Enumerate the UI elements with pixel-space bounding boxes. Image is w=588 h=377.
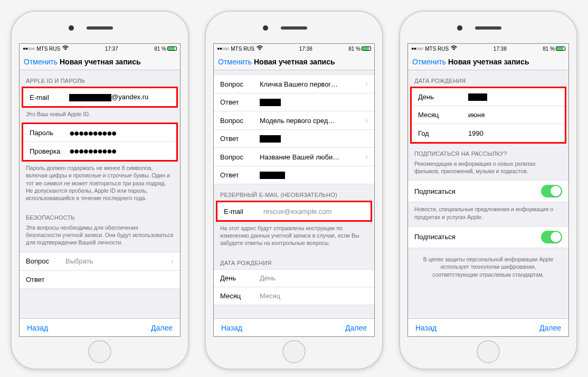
- battery-indicator: 81 %: [154, 46, 177, 52]
- wifi-icon: [62, 45, 69, 52]
- privacy-footer: В целях защиты персональной информации A…: [408, 248, 568, 286]
- bottom-bar: Назад Далее: [214, 318, 374, 336]
- speaker-slot: [87, 26, 113, 30]
- password-row[interactable]: Пароль ●●●●●●●●●●: [23, 124, 176, 142]
- camera-dot: [69, 25, 74, 31]
- section-header-birth: ДАТА РОЖДЕНИЯ: [214, 252, 374, 269]
- back-button[interactable]: Назад: [221, 324, 242, 332]
- question-label: Вопрос: [26, 257, 65, 265]
- day-label: День: [220, 274, 260, 282]
- answer2-row[interactable]: Ответ: [214, 130, 374, 148]
- home-button[interactable]: [477, 340, 500, 363]
- next-button[interactable]: Далее: [539, 324, 561, 332]
- status-bar: ●●○○○ MTS RUS 17:38 81 %: [214, 44, 374, 53]
- cancel-button[interactable]: Отменить: [412, 58, 446, 66]
- highlight-box: Пароль ●●●●●●●●●● Проверка ●●●●●●●●●●: [22, 122, 178, 162]
- nav-bar: Отменить Новая учетная запись: [408, 53, 568, 70]
- subscribe2-footer: Новости, специальные предложения и инфор…: [408, 202, 568, 225]
- bottom-bar: Назад Далее: [408, 318, 568, 336]
- subscribe1-toggle[interactable]: [541, 185, 562, 197]
- email-label: E-mail: [30, 93, 69, 101]
- status-bar: ●●○○○ MTS RUS 17:37 81 %: [20, 44, 180, 53]
- section-header-subscribe: ПОДПИСАТЬСЯ НА РАССЫЛКУ?: [408, 143, 568, 160]
- screen-3: ●●○○○ MTS RUS 17:38 81 % Отменить Новая …: [407, 43, 569, 337]
- question-label: Вопрос: [220, 153, 260, 161]
- question-value: Выбрать: [65, 257, 169, 265]
- year-value: 1990: [468, 129, 558, 137]
- subscribe1-footer: Рекомендации и информация о новых релиза…: [408, 160, 568, 180]
- cancel-button[interactable]: Отменить: [218, 58, 252, 66]
- subscribe-label: Подписаться: [414, 233, 456, 241]
- speaker-slot: [281, 26, 307, 30]
- rescue-footer: На этот адрес будут отправлены инструкци…: [214, 221, 374, 252]
- rescue-email-row[interactable]: E-mail rescue@example.com: [217, 202, 371, 220]
- carrier-label: MTS RUS: [231, 46, 254, 52]
- day-row[interactable]: День День: [214, 269, 374, 287]
- page-title: Новая учетная запись: [60, 58, 141, 66]
- time-label: 17:38: [299, 46, 312, 52]
- month-label: Месяц: [220, 292, 260, 300]
- content-area: ДАТА РОЖДЕНИЯ День Месяц июня Год 1990 П…: [408, 70, 568, 318]
- answer-row[interactable]: Ответ: [20, 271, 180, 289]
- highlight-box: День Месяц июня Год 1990: [410, 87, 566, 144]
- email-row[interactable]: E-mail @yandex.ru: [23, 88, 176, 106]
- verify-row[interactable]: Проверка ●●●●●●●●●●: [23, 142, 176, 160]
- question2-row[interactable]: Вопрос Модель первого сред… ›: [214, 111, 374, 130]
- month-row[interactable]: Месяц июня: [412, 106, 565, 124]
- chevron-right-icon: ›: [365, 152, 368, 162]
- section-header-security: БЕЗОПАСНОСТЬ: [20, 207, 180, 224]
- cancel-button[interactable]: Отменить: [24, 58, 58, 66]
- battery-indicator: 81 %: [543, 46, 565, 52]
- content-area: Вопрос Кличка Вашего первог… › Ответ Воп…: [214, 70, 374, 318]
- redacted-answer: [260, 135, 281, 143]
- next-button[interactable]: Далее: [345, 324, 367, 332]
- phone-frame-2: ●●○○○ MTS RUS 17:38 81 % Отменить Новая …: [205, 11, 383, 370]
- back-button[interactable]: Назад: [415, 324, 437, 332]
- answer-label: Ответ: [220, 171, 260, 179]
- password-footer: Пароль должен содержать не менее 8 симво…: [20, 161, 180, 207]
- content-area: APPLE ID И ПАРОЛЬ E-mail @yandex.ru Это …: [20, 70, 180, 318]
- month-placeholder: Месяц: [260, 292, 368, 300]
- answer-label: Ответ: [220, 135, 260, 143]
- back-button[interactable]: Назад: [27, 324, 48, 332]
- screen-2: ●●○○○ MTS RUS 17:38 81 % Отменить Новая …: [213, 43, 375, 337]
- phone-frame-1: ●●○○○ MTS RUS 17:37 81 % Отменить Новая …: [11, 11, 189, 370]
- question-label: Вопрос: [220, 117, 260, 125]
- verify-value: ●●●●●●●●●●: [69, 148, 170, 154]
- next-button[interactable]: Далее: [151, 324, 173, 332]
- question-label: Вопрос: [220, 80, 260, 88]
- redacted-email: [69, 94, 111, 101]
- month-label: Месяц: [418, 111, 468, 119]
- subscribe2-toggle[interactable]: [541, 231, 562, 243]
- email-footer: Это Ваш новый Apple ID.: [20, 107, 180, 123]
- time-label: 17:37: [105, 46, 118, 52]
- signal-icon: ●●○○○: [23, 46, 34, 51]
- question1-value: Кличка Вашего первог…: [260, 80, 363, 88]
- subscribe1-row: Подписаться: [408, 180, 568, 202]
- day-placeholder: День: [260, 274, 368, 282]
- year-row[interactable]: Год 1990: [412, 124, 565, 142]
- page-title: Новая учетная запись: [254, 58, 335, 66]
- question-row[interactable]: Вопрос Выбрать ›: [20, 252, 180, 271]
- subscribe-label: Подписаться: [414, 187, 456, 195]
- answer-label: Ответ: [26, 276, 65, 284]
- email-label: E-mail: [224, 208, 263, 215]
- answer1-row[interactable]: Ответ: [214, 93, 374, 111]
- signal-icon: ●●○○○: [217, 46, 229, 51]
- password-label: Пароль: [30, 129, 69, 137]
- security-footer: Эти вопросы необходимы для обеспечения б…: [20, 224, 180, 252]
- question1-row[interactable]: Вопрос Кличка Вашего первог… ›: [214, 74, 374, 93]
- answer3-row[interactable]: Ответ: [214, 166, 374, 184]
- wifi-icon: [451, 45, 457, 52]
- home-button[interactable]: [88, 340, 111, 363]
- home-button[interactable]: [282, 340, 306, 363]
- question3-row[interactable]: Вопрос Название Вашей люби… ›: [214, 148, 374, 166]
- chevron-right-icon: ›: [365, 116, 368, 125]
- page-title: Новая учетная запись: [448, 58, 529, 66]
- redacted-answer: [260, 99, 281, 106]
- bottom-bar: Назад Далее: [20, 318, 180, 336]
- section-header-birth: ДАТА РОЖДЕНИЯ: [408, 70, 568, 87]
- question2-value: Модель первого сред…: [260, 117, 363, 125]
- day-row[interactable]: День: [412, 88, 565, 106]
- month-row[interactable]: Месяц Месяц: [214, 287, 374, 305]
